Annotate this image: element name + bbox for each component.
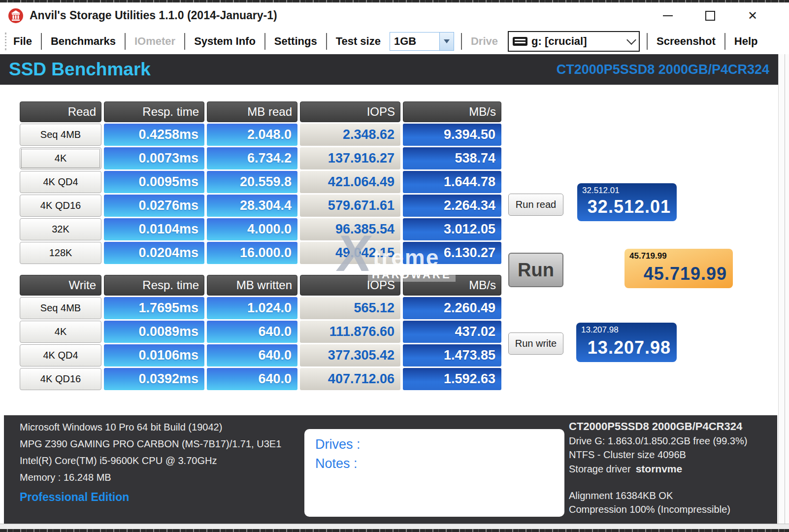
menu-help[interactable]: Help (727, 35, 765, 48)
read-row-button-4k[interactable]: 4K (20, 147, 101, 169)
read-mbs-value: 1.644.78 (403, 171, 501, 193)
read-row-button-seq4mb[interactable]: Seq 4MB (20, 124, 101, 146)
read-resp-value: 0.0104ms (104, 218, 204, 240)
read-iops-value: 2.348.62 (300, 124, 400, 146)
right-edge-line (785, 54, 785, 524)
menu-separator (326, 33, 327, 50)
drives-notes-box[interactable]: Drives : Notes : (304, 429, 564, 517)
menu-benchmarks[interactable]: Benchmarks (44, 35, 123, 48)
device-name: CT2000P5SSD8 2000GB/P4CR324 (557, 62, 769, 77)
read-iops-value: 96.385.54 (300, 218, 400, 240)
read-resp-value: 0.0095ms (104, 171, 204, 193)
read-iops-value: 49.042.15 (300, 242, 400, 264)
write-score-box: 13.207.98 13.207.98 (576, 323, 677, 362)
menu-iometer: IOmeter (128, 35, 182, 48)
run-read-button[interactable]: Run read (508, 194, 563, 216)
read-header-mb: MB read (207, 101, 297, 122)
read-row-button-4kqd16[interactable]: 4K QD16 (20, 195, 101, 217)
menu-separator (461, 33, 462, 50)
drive-model: CT2000P5SSD8 2000GB/P4CR324 (569, 420, 776, 433)
read-row-button-128k[interactable]: 128K (20, 242, 101, 264)
write-row-button-4kqd16[interactable]: 4K QD16 (20, 368, 101, 390)
write-resp-value: 1.7695ms (104, 297, 204, 319)
menu-separator (125, 33, 126, 50)
anvil-app-icon (8, 8, 24, 24)
write-header-mbs: MB/s (403, 275, 501, 296)
drives-label: Drives : (315, 437, 564, 452)
test-size-dropdown-button[interactable] (439, 33, 454, 50)
total-score-box: 45.719.99 45.719.99 (625, 249, 733, 288)
os-info: Microsoft Windows 10 Pro 64 bit Build (1… (20, 422, 281, 433)
write-mb-value: 640.0 (207, 321, 297, 343)
write-row-button-4kqd4[interactable]: 4K QD4 (20, 344, 101, 366)
run-button[interactable]: Run (508, 253, 563, 287)
menu-separator (41, 33, 42, 50)
close-button[interactable]: ✕ (743, 6, 762, 26)
read-mbs-value: 2.264.34 (403, 195, 501, 217)
test-size-combobox[interactable]: 1GB (390, 32, 454, 51)
benchmark-header-band: SSD Benchmark CT2000P5SSD8 2000GB/P4CR32… (0, 54, 778, 85)
write-iops-value: 407.712.06 (300, 368, 400, 390)
window-title: Anvil's Storage Utilities 1.1.0 (2014-Ja… (30, 9, 277, 22)
chevron-down-icon (626, 35, 636, 45)
title-bar[interactable]: Anvil's Storage Utilities 1.1.0 (2014-Ja… (0, 2, 789, 29)
alignment-info: Alignment 16384KB OK (569, 490, 776, 501)
write-row-button-4k[interactable]: 4K (20, 321, 101, 343)
right-gutter (778, 54, 789, 524)
write-iops-value: 565.12 (300, 297, 400, 319)
menu-separator (264, 33, 265, 50)
read-mb-value: 6.734.2 (207, 147, 297, 169)
drive-combobox[interactable]: g: [crucial] (508, 31, 640, 52)
write-iops-value: 111.876.60 (300, 321, 400, 343)
notes-label: Notes : (315, 456, 564, 471)
read-mb-value: 4.000.0 (207, 218, 297, 240)
read-score-box: 32.512.01 32.512.01 (577, 183, 677, 221)
read-header-mbs: MB/s (403, 101, 501, 122)
write-resp-value: 0.0089ms (104, 321, 204, 343)
anvil-app-window: Anvil's Storage Utilities 1.1.0 (2014-Ja… (0, 0, 789, 532)
write-header-mb: MB written (207, 275, 297, 296)
write-mb-value: 1.024.0 (207, 297, 297, 319)
read-mb-value: 16.000.0 (207, 242, 297, 264)
read-iops-value: 137.916.27 (300, 147, 400, 169)
minimize-button[interactable] (658, 6, 678, 26)
write-mbs-value: 1.473.85 (403, 344, 501, 366)
read-mb-value: 28.304.4 (207, 195, 297, 217)
write-header-resp: Resp. time (104, 275, 204, 296)
menu-settings[interactable]: Settings (267, 35, 324, 48)
storage-driver-line: Storage driverstornvme (569, 463, 776, 475)
window-controls: ✕ (658, 2, 762, 29)
write-iops-value: 377.305.42 (300, 344, 400, 366)
read-header-label: Read (20, 101, 101, 122)
menu-file[interactable]: File (6, 35, 39, 48)
read-resp-value: 0.4258ms (104, 124, 204, 146)
write-header-label: Write (20, 275, 101, 296)
read-mb-value: 20.559.8 (207, 171, 297, 193)
read-resp-value: 0.0073ms (104, 147, 204, 169)
read-row-button-32k[interactable]: 32K (20, 218, 101, 240)
read-score-peak: 32.512.01 (582, 186, 620, 196)
read-mbs-value: 9.394.50 (403, 124, 501, 146)
drive-capacity: Drive G: 1.863.0/1.850.2GB free (99.3%) (569, 435, 776, 447)
read-iops-value: 579.671.61 (300, 195, 400, 217)
menu-screenshot[interactable]: Screenshot (650, 35, 723, 48)
system-info-block: Microsoft Windows 10 Pro 64 bit Build (1… (20, 422, 281, 504)
write-results-table: Write Resp. time MB written IOPS MB/s Se… (20, 275, 501, 390)
benchmark-title: SSD Benchmark (9, 59, 151, 80)
edition-link[interactable]: Professional Edition (20, 491, 281, 504)
menu-separator (184, 33, 185, 50)
menu-system-info[interactable]: System Info (187, 35, 263, 48)
drive-filesystem: NTFS - Cluster size 4096B (569, 449, 776, 461)
maximize-button[interactable] (700, 6, 720, 26)
read-mbs-value: 3.012.05 (403, 218, 501, 240)
drive-icon (513, 37, 527, 46)
test-size-value: 1GB (390, 33, 439, 50)
drive-info-block: CT2000P5SSD8 2000GB/P4CR324 Drive G: 1.8… (569, 420, 776, 518)
menu-separator (647, 33, 648, 50)
total-score-peak: 45.719.99 (629, 251, 667, 261)
compression-info: Compression 100% (Incompressible) (569, 504, 776, 515)
read-row-button-4kqd4[interactable]: 4K QD4 (20, 171, 101, 193)
write-resp-value: 0.0392ms (104, 368, 204, 390)
write-row-button-seq4mb[interactable]: Seq 4MB (20, 297, 101, 319)
run-write-button[interactable]: Run write (508, 332, 563, 355)
